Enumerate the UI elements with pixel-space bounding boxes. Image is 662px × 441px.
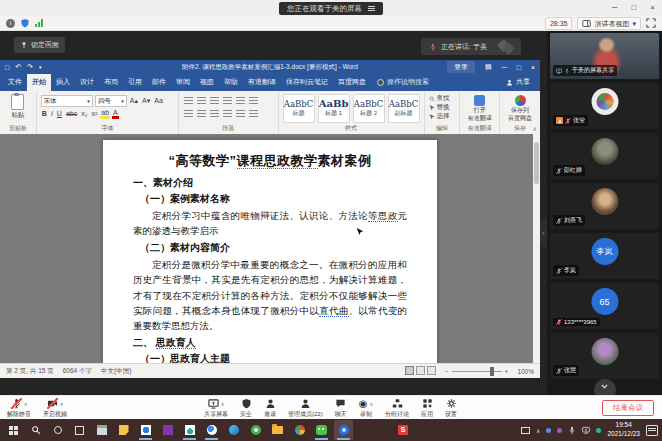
zoom-level[interactable]: 100% [517, 368, 534, 375]
youdao-translate-button[interactable]: 打开 有道翻译 [464, 94, 495, 122]
close-button[interactable]: × [650, 1, 655, 14]
web-layout-icon[interactable] [427, 366, 436, 375]
taskbar-app-blue[interactable] [136, 420, 155, 440]
tab-baidupan[interactable]: 百度网盘 [333, 74, 371, 91]
style-card-normal[interactable]: AaBbC标题 [283, 94, 315, 123]
sort-icon[interactable] [249, 97, 258, 105]
highlight-color-button[interactable]: ab [100, 109, 110, 119]
taskbar-search-button[interactable] [26, 420, 45, 440]
chevron-up-icon[interactable]: ∧ [24, 401, 28, 407]
fullscreen-button[interactable] [646, 18, 656, 28]
select-button[interactable]: 选择 [429, 112, 456, 121]
word-minimize-button[interactable]: ─ [502, 64, 507, 71]
taskbar-app-pie[interactable] [290, 420, 309, 440]
tab-layout[interactable]: 布局 [99, 74, 123, 91]
justify-icon[interactable] [223, 110, 232, 118]
chevron-up-icon[interactable]: ∧ [369, 401, 373, 407]
zoom-slider[interactable] [452, 371, 502, 372]
number-list-icon[interactable] [197, 97, 206, 105]
style-card-heading2[interactable]: AaBbC标题 2 [353, 94, 385, 123]
read-mode-icon[interactable] [405, 366, 414, 375]
taskbar-tencent-meeting[interactable] [334, 420, 353, 440]
redo-icon[interactable]: ↷ [27, 63, 33, 71]
participant-tile[interactable]: 刘燕飞 [550, 183, 659, 229]
start-video-button[interactable]: ∧ 开启视频 [43, 397, 67, 419]
increase-indent-icon[interactable] [236, 97, 245, 105]
security-shield-icon[interactable] [20, 18, 30, 28]
decrease-indent-icon[interactable] [223, 97, 232, 105]
action-center-icon[interactable] [646, 425, 658, 436]
undo-icon[interactable]: ↶ [15, 63, 21, 71]
taskbar-app-purple[interactable] [158, 420, 177, 440]
scrollbar-thumb[interactable] [534, 142, 539, 184]
participant-tile[interactable]: 张莹 [550, 83, 659, 129]
shading-icon[interactable] [249, 110, 258, 118]
tray-app-icon[interactable] [596, 428, 601, 433]
taskbar-file-explorer[interactable] [268, 420, 287, 440]
font-name-select[interactable]: 宋体▾ [41, 95, 93, 107]
participant-tile[interactable]: 张慧 [550, 333, 659, 379]
change-case-button[interactable]: Aa [153, 97, 164, 104]
language-indicator[interactable]: 中文(中国) [101, 367, 131, 376]
bullet-list-icon[interactable] [184, 97, 193, 105]
manage-members-button[interactable]: 管理成员(22) [288, 397, 323, 419]
document-page[interactable]: “高等数学”课程思政教学素材案例 一、素材介绍 （一）案例素材名称 定积分学习中… [103, 140, 437, 364]
minimize-button[interactable]: ─ [612, 1, 618, 14]
settings-button[interactable]: 设置 [445, 397, 457, 419]
font-size-select[interactable]: 四号▾ [95, 95, 127, 107]
document-canvas[interactable]: “高等数学”课程思政教学素材案例 一、素材介绍 （一）案例素材名称 定积分学习中… [0, 134, 540, 364]
info-icon[interactable]: i [6, 19, 15, 28]
bold-button[interactable]: B [41, 110, 48, 117]
baidu-save-button[interactable]: 保存到 百度网盘 [504, 94, 536, 122]
superscript-button[interactable]: x² [90, 110, 98, 117]
task-view-button[interactable] [70, 420, 89, 440]
replace-button[interactable]: 替换 [429, 103, 456, 112]
banner-menu-icon[interactable] [368, 6, 375, 11]
taskbar-quark-browser[interactable] [202, 420, 221, 440]
taskbar-app-cloud[interactable] [180, 420, 199, 440]
qat-caret-icon[interactable]: ▾ [39, 64, 42, 70]
tray-app-icon[interactable] [557, 428, 562, 433]
tab-review[interactable]: 审阅 [171, 74, 195, 91]
multilevel-list-icon[interactable] [210, 97, 219, 105]
line-spacing-icon[interactable] [236, 110, 245, 118]
font-color-button[interactable]: A [112, 109, 119, 119]
print-layout-icon[interactable] [416, 366, 425, 375]
align-right-icon[interactable] [210, 110, 219, 118]
breakout-rooms-button[interactable]: 分组讨论 [385, 397, 409, 419]
collapse-ribbon-icon[interactable]: ∧ [533, 125, 537, 132]
taskbar-app-green[interactable] [246, 420, 265, 440]
end-meeting-button[interactable]: 结束会议 [602, 400, 654, 416]
align-center-icon[interactable] [197, 110, 206, 118]
zoom-in-button[interactable]: + [505, 368, 509, 375]
tray-screen-icon[interactable] [521, 427, 530, 434]
word-restore-button[interactable]: □ [517, 64, 521, 71]
tab-mailings[interactable]: 邮件 [147, 74, 171, 91]
invite-button[interactable]: 邀请 [264, 397, 276, 419]
style-card-heading1[interactable]: AaBb标题 1 [318, 94, 350, 123]
taskbar-calculator[interactable] [92, 420, 111, 440]
page-indicator[interactable]: 第 2 页, 共 15 页 [6, 367, 54, 376]
participant-tile-screenshare[interactable]: 于美的屏幕共享 [550, 33, 659, 79]
unmute-button[interactable]: ∧ 解除静音 [7, 397, 31, 419]
record-button[interactable]: ◉∧ 录制 [359, 397, 373, 419]
italic-button[interactable]: I [50, 110, 54, 117]
pin-view-button[interactable]: 锁定画面 [14, 37, 65, 53]
tray-display-icon[interactable] [582, 426, 590, 434]
taskbar-sticky-notes[interactable] [114, 420, 133, 440]
tab-view[interactable]: 视图 [195, 74, 219, 91]
zoom-slider-thumb[interactable] [490, 367, 494, 376]
participant-tile[interactable]: 邵红婵 [550, 133, 659, 179]
tab-youdao[interactable]: 有道翻译 [243, 74, 281, 91]
tab-file[interactable]: 文件 [3, 74, 27, 91]
start-button[interactable] [4, 420, 23, 440]
document-scrollbar[interactable] [533, 134, 540, 364]
participant-tile[interactable]: 李岚 李岚 [550, 233, 659, 279]
find-button[interactable]: 查找 [429, 94, 456, 103]
save-icon[interactable]: □ [5, 64, 9, 71]
chevron-up-icon[interactable]: ∧ [60, 401, 64, 407]
taskbar-clock[interactable]: 19:54 2021/12/23 [607, 421, 640, 439]
tab-references[interactable]: 引用 [123, 74, 147, 91]
cortana-button[interactable] [48, 420, 67, 440]
security-button[interactable]: 安全 [240, 397, 252, 419]
